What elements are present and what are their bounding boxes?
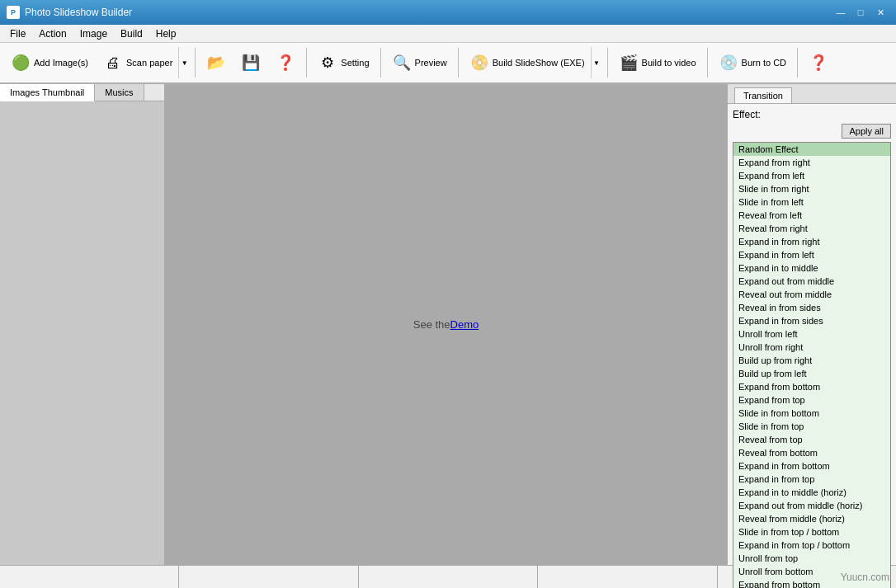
- effect-item[interactable]: Expand in from bottom: [733, 459, 890, 473]
- toolbar-separator: [306, 48, 307, 78]
- menu-item-file[interactable]: File: [3, 26, 32, 42]
- effect-item[interactable]: Build up from right: [733, 354, 890, 367]
- effect-item[interactable]: Expand in from left: [733, 248, 890, 261]
- effect-item[interactable]: Slide in from right: [733, 182, 890, 195]
- effect-item[interactable]: Expand in to middle: [733, 261, 890, 275]
- save-icon: 💾: [241, 53, 261, 73]
- help-small-button[interactable]: ❓: [270, 47, 301, 78]
- scan-paper-dropdown-arrow[interactable]: ▼: [178, 47, 190, 78]
- effect-item[interactable]: Random Effect: [733, 143, 890, 156]
- left-tab-musics[interactable]: Musics: [95, 84, 144, 101]
- build-exe-button[interactable]: 📀Build SlideShow (EXE): [464, 47, 591, 78]
- left-panel: Images ThumbnailMusics: [0, 84, 165, 565]
- preview-button[interactable]: 🔍Preview: [386, 47, 453, 78]
- effect-item[interactable]: Slide in from left: [733, 195, 890, 209]
- setting-label: Setting: [341, 58, 369, 68]
- effect-item[interactable]: Expand out from middle (horiz): [733, 499, 890, 512]
- add-image-button[interactable]: 🟢Add Image(s): [5, 47, 94, 78]
- preview-icon: 🔍: [392, 53, 412, 73]
- left-tabs: Images ThumbnailMusics: [0, 84, 164, 101]
- effect-item[interactable]: Expand in to middle (horiz): [733, 486, 890, 499]
- right-panel-content: Effect: Apply all Random EffectExpand fr…: [728, 104, 896, 588]
- effect-item[interactable]: Expand in from right: [733, 235, 890, 248]
- setting-icon: ⚙: [318, 53, 337, 73]
- effect-item[interactable]: Expand from left: [733, 169, 890, 182]
- scan-paper-split: 🖨Scan paper▼: [97, 47, 190, 78]
- effect-list[interactable]: Random EffectExpand from rightExpand fro…: [733, 143, 890, 588]
- effect-list-container: Random EffectExpand from rightExpand fro…: [733, 142, 891, 588]
- menu-item-help[interactable]: Help: [149, 26, 183, 42]
- minimize-button[interactable]: —: [832, 5, 850, 20]
- effect-item[interactable]: Slide in from top / bottom: [733, 525, 890, 539]
- help-small-icon: ❓: [276, 53, 295, 73]
- help-main-button[interactable]: ❓: [803, 47, 834, 78]
- burn-cd-label: Burn to CD: [742, 58, 786, 68]
- effect-item[interactable]: Expand from top: [733, 393, 890, 407]
- preview-label: Preview: [415, 58, 447, 68]
- menu-item-action[interactable]: Action: [32, 26, 73, 42]
- effect-item[interactable]: Reveal from right: [733, 222, 890, 235]
- right-panel: Transition Effect: Apply all Random Effe…: [727, 84, 896, 565]
- effect-item[interactable]: Reveal from left: [733, 209, 890, 222]
- effect-item[interactable]: Unroll from left: [733, 327, 890, 341]
- effect-item[interactable]: Slide in from bottom: [733, 407, 890, 420]
- effect-item[interactable]: Reveal from top: [733, 433, 890, 446]
- effect-item[interactable]: Expand in from top: [733, 473, 890, 486]
- toolbar-separator: [195, 48, 196, 78]
- effect-item[interactable]: Build up from left: [733, 367, 890, 380]
- maximize-button[interactable]: □: [851, 5, 870, 20]
- effect-item[interactable]: Expand in from top / bottom: [733, 539, 890, 552]
- setting-button[interactable]: ⚙Setting: [312, 47, 375, 78]
- effect-item[interactable]: Expand from bottom: [733, 380, 890, 393]
- toolbar-separator: [707, 48, 708, 78]
- open-folder-button[interactable]: 📂: [200, 47, 232, 78]
- menu-item-build[interactable]: Build: [114, 26, 149, 42]
- add-image-icon: 🟢: [11, 53, 31, 73]
- status-segment-2: [179, 566, 358, 588]
- build-exe-label: Build SlideShow (EXE): [493, 58, 585, 68]
- burn-cd-button[interactable]: 💿Burn to CD: [713, 47, 792, 78]
- toolbar-separator: [458, 48, 459, 78]
- close-button[interactable]: ✕: [871, 5, 889, 20]
- build-exe-icon: 📀: [469, 53, 489, 73]
- menu-bar: FileActionImageBuildHelp: [0, 25, 896, 43]
- scan-paper-icon: 🖨: [103, 53, 123, 73]
- title-bar: P Photo Slideshow Builder — □ ✕: [0, 0, 896, 25]
- effect-item[interactable]: Reveal out from middle: [733, 288, 890, 301]
- menu-item-image[interactable]: Image: [73, 26, 114, 42]
- build-video-button[interactable]: 🎬Build to video: [613, 47, 702, 78]
- center-canvas: See the Demo: [165, 84, 727, 565]
- effect-item[interactable]: Slide in from top: [733, 420, 890, 433]
- build-exe-dropdown-arrow[interactable]: ▼: [591, 47, 602, 78]
- effect-item[interactable]: Reveal from middle (horiz): [733, 512, 890, 525]
- scan-paper-button[interactable]: 🖨Scan paper: [97, 47, 178, 78]
- left-tab-images-thumbnail[interactable]: Images Thumbnail: [0, 84, 95, 101]
- effect-item[interactable]: Expand from right: [733, 156, 890, 169]
- toolbar-separator: [380, 48, 381, 78]
- build-video-icon: 🎬: [619, 53, 639, 73]
- effect-item[interactable]: Reveal in from sides: [733, 301, 890, 314]
- status-segment-4: [538, 566, 717, 588]
- right-tab-transition[interactable]: Transition: [734, 87, 792, 103]
- toolbar: 🟢Add Image(s)🖨Scan paper▼📂💾❓⚙Setting🔍Pre…: [0, 43, 896, 84]
- apply-all-button[interactable]: Apply all: [842, 124, 891, 139]
- effect-item[interactable]: Expand out from middle: [733, 275, 890, 288]
- build-video-label: Build to video: [642, 58, 696, 68]
- effect-label: Effect:: [733, 109, 891, 120]
- app-title: Photo Slideshow Builder: [25, 7, 832, 18]
- main-layout: Images ThumbnailMusics See the Demo Tran…: [0, 84, 896, 565]
- watermark: Yuucn.com: [841, 572, 889, 583]
- help-main-icon: ❓: [809, 53, 828, 73]
- window-controls: — □ ✕: [832, 5, 889, 20]
- save-button[interactable]: 💾: [235, 47, 266, 78]
- effect-item[interactable]: Unroll from top: [733, 552, 890, 565]
- demo-link[interactable]: Demo: [450, 318, 479, 331]
- effect-item[interactable]: Expand in from sides: [733, 314, 890, 327]
- scan-paper-label: Scan paper: [126, 58, 172, 68]
- status-segment-3: [359, 566, 538, 588]
- demo-text: See the: [413, 318, 450, 331]
- thumbnail-area: [0, 101, 164, 565]
- effect-item[interactable]: Unroll from right: [733, 341, 890, 354]
- status-segment-1: [0, 566, 179, 588]
- effect-item[interactable]: Reveal from bottom: [733, 446, 890, 459]
